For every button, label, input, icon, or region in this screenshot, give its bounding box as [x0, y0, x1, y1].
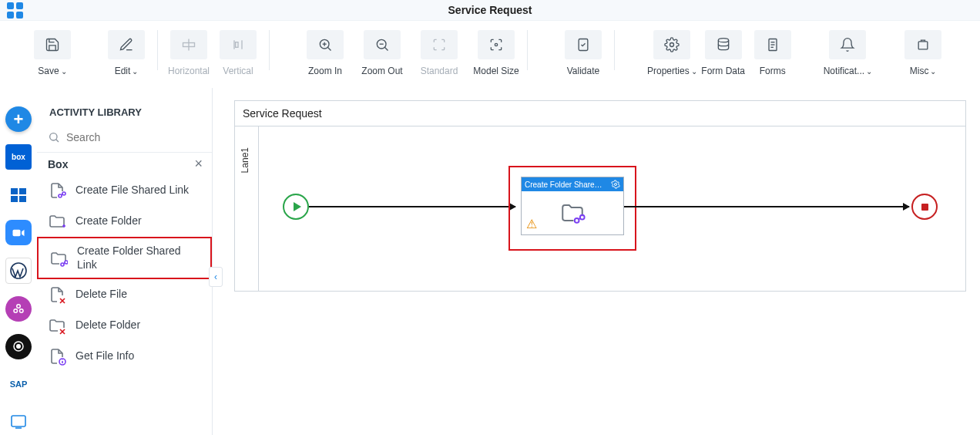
- fit-standard-icon: [421, 30, 458, 59]
- file-info-icon: [48, 347, 66, 366]
- activity-node-title: Create Folder Shared...: [525, 180, 605, 189]
- toolbar-separator: [269, 30, 270, 70]
- apps-grid-icon[interactable]: [5, 2, 25, 18]
- rail-item-sap[interactable]: SAP: [5, 372, 32, 397]
- zoom-in-button[interactable]: Zoom In: [302, 30, 348, 76]
- activity-label: Delete Folder: [76, 319, 140, 332]
- library-search[interactable]: [37, 127, 212, 153]
- canvas-divider: [235, 126, 965, 126]
- align-horizontal-button[interactable]: Horizontal: [166, 30, 212, 76]
- zoom-out-button[interactable]: Zoom Out: [359, 30, 405, 76]
- edit-button[interactable]: Edit⌄: [103, 30, 149, 76]
- warning-icon: ⚠: [526, 217, 537, 231]
- misc-icon: [904, 30, 941, 59]
- flow-edge[interactable]: [624, 206, 909, 207]
- svg-rect-24: [19, 196, 26, 202]
- file-link-icon: [48, 181, 66, 200]
- edit-label: Edit: [115, 66, 131, 76]
- align-vertical-button[interactable]: Vertical: [215, 30, 261, 76]
- activity-library-panel: ACTIVITY LIBRARY Box × Create File Share…: [37, 88, 213, 435]
- properties-label: Properties: [647, 66, 690, 76]
- gear-icon: [653, 30, 690, 59]
- vertical-label: Vertical: [223, 66, 253, 76]
- svg-line-53: [579, 218, 581, 219]
- model-size-icon: [478, 30, 515, 59]
- svg-rect-23: [11, 196, 18, 202]
- svg-point-27: [17, 305, 21, 309]
- align-vertical-icon: [220, 30, 257, 59]
- svg-point-40: [61, 263, 64, 266]
- rail-item-connector-a[interactable]: [5, 296, 32, 322]
- main-area: + box SAP ACTIVITY LIBRARY Box ×: [0, 88, 980, 435]
- close-icon[interactable]: ×: [194, 156, 203, 172]
- canvas-wrap: Service Request Lane1 Create Folder Shar…: [213, 88, 980, 435]
- zoom-standard-button[interactable]: Standard: [416, 30, 462, 76]
- misc-label: Misc: [910, 66, 929, 76]
- svg-point-14: [670, 43, 674, 47]
- end-node[interactable]: [911, 194, 938, 220]
- rail-item-more[interactable]: [5, 410, 32, 435]
- activity-item-get-file-info[interactable]: Get File Info: [37, 341, 212, 372]
- chevron-down-icon: ⌄: [691, 67, 697, 76]
- svg-line-42: [64, 262, 65, 263]
- edit-icon: [108, 30, 145, 59]
- model-size-label: Model Size: [473, 66, 519, 76]
- process-canvas[interactable]: Service Request Lane1 Create Folder Shar…: [234, 100, 966, 292]
- chevron-down-icon: ⌄: [132, 67, 138, 76]
- notifications-button[interactable]: Notificat...⌄: [824, 30, 872, 76]
- svg-line-34: [56, 140, 59, 142]
- svg-point-33: [50, 133, 57, 140]
- form-data-label: Form Data: [701, 66, 745, 76]
- rail-item-wordpress[interactable]: [5, 258, 32, 283]
- rail-item-windows[interactable]: [5, 182, 32, 207]
- activity-item-create-file-shared-link[interactable]: Create File Shared Link: [37, 175, 212, 206]
- svg-line-10: [384, 47, 388, 50]
- forms-label: Forms: [760, 66, 786, 76]
- properties-button[interactable]: Properties⌄: [647, 30, 697, 76]
- start-node[interactable]: [283, 194, 309, 220]
- flow-edge[interactable]: [309, 206, 515, 207]
- activity-item-delete-folder[interactable]: Delete Folder: [37, 310, 212, 341]
- integration-rail: + box SAP: [0, 88, 37, 435]
- zoom-in-label: Zoom In: [308, 66, 342, 76]
- forms-button[interactable]: Forms: [750, 30, 796, 76]
- svg-point-12: [495, 43, 497, 46]
- activity-label: Create Folder Shared Link: [77, 244, 200, 271]
- gear-icon[interactable]: [611, 180, 620, 189]
- zoom-model-size-button[interactable]: Model Size: [473, 30, 519, 76]
- activity-label: Delete File: [76, 288, 127, 302]
- save-button[interactable]: Save⌄: [29, 30, 76, 76]
- activity-node[interactable]: Create Folder Shared... ⚠: [521, 177, 624, 235]
- rail-item-box[interactable]: box: [5, 144, 32, 170]
- search-input[interactable]: [66, 131, 201, 143]
- activity-list: Create File Shared Link Create Folder Cr…: [37, 175, 212, 372]
- validate-button[interactable]: Validate: [560, 30, 606, 76]
- activity-item-create-folder[interactable]: Create Folder: [37, 206, 212, 237]
- validate-label: Validate: [567, 66, 599, 76]
- svg-rect-22: [19, 188, 26, 194]
- folder-link-icon: [557, 200, 588, 226]
- library-title: ACTIVITY LIBRARY: [37, 88, 212, 127]
- activity-item-create-folder-shared-link[interactable]: Create Folder Shared Link: [37, 237, 212, 279]
- save-label: Save: [38, 66, 59, 76]
- rail-item-connector-b[interactable]: [5, 334, 32, 359]
- forms-icon: [754, 30, 791, 59]
- svg-point-35: [59, 194, 62, 197]
- svg-point-29: [20, 309, 24, 313]
- svg-rect-25: [13, 230, 21, 236]
- misc-button[interactable]: Misc⌄: [900, 30, 946, 76]
- toolbar: Save⌄ Edit⌄ Horizontal Vertical Zoom In …: [0, 21, 980, 88]
- header-bar: Service Request: [0, 0, 980, 21]
- horizontal-label: Horizontal: [168, 66, 210, 76]
- validate-icon: [565, 30, 602, 59]
- activity-item-delete-file[interactable]: Delete File: [37, 279, 212, 310]
- align-horizontal-icon: [170, 30, 207, 59]
- svg-point-50: [615, 184, 617, 186]
- form-data-button[interactable]: Form Data: [700, 30, 747, 76]
- svg-rect-20: [918, 42, 928, 49]
- zoom-out-icon: [364, 30, 401, 59]
- rail-item-zoom[interactable]: [5, 220, 32, 245]
- toolbar-separator: [614, 30, 615, 70]
- svg-line-6: [327, 47, 331, 50]
- add-integration-button[interactable]: +: [5, 106, 32, 132]
